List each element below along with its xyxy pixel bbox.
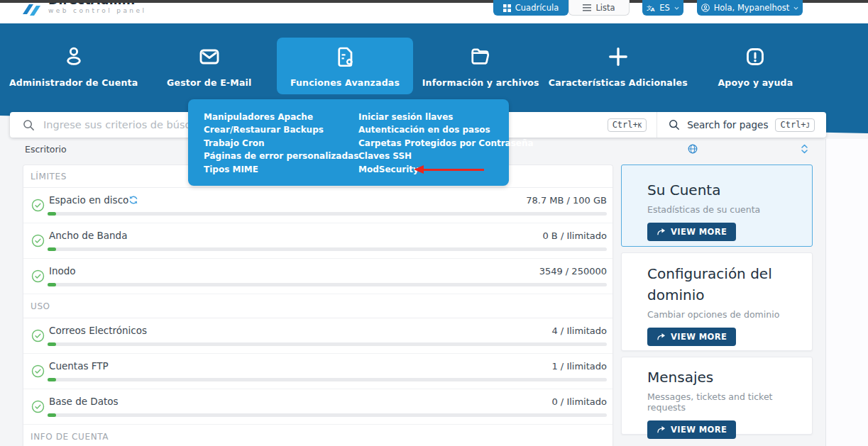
mail-icon	[197, 44, 222, 69]
menu-item-ssh-keys[interactable]: Claves SSH	[358, 150, 534, 162]
menu-item-custom-error-pages[interactable]: Páginas de error personalizadas	[204, 150, 358, 162]
progress-fill	[48, 247, 56, 251]
stat-label[interactable]: Ancho de Banda	[49, 230, 127, 241]
annotation-arrow	[424, 169, 484, 171]
nav-label: Funciones Avanzadas	[290, 77, 400, 88]
view-more-button[interactable]: VIEW MORE	[647, 420, 736, 439]
check-circle-icon	[31, 364, 45, 378]
redirect-arrow-icon	[657, 333, 666, 341]
nav-item-email-manager[interactable]: Gestor de E-Mail	[141, 38, 277, 94]
stat-row-emails: Correos Electrónicos 4 / Ilimitado	[23, 318, 612, 354]
section-header-account-info: INFO DE CUENTA	[23, 425, 612, 446]
stat-value: 4 / Ilimitado	[551, 325, 607, 336]
breadcrumb[interactable]: Escritorio	[25, 144, 67, 155]
stat-label[interactable]: Base de Datos	[49, 396, 119, 407]
grid-icon	[503, 4, 511, 12]
directadmin-logo[interactable]: DirectAdmin web control panel	[20, 1, 146, 21]
svg-text:A: A	[651, 7, 655, 12]
nav-label: Administrador de Cuenta	[9, 77, 138, 88]
list-view-label: Lista	[595, 3, 615, 13]
card-domain-setup: Configuración del dominio Cambiar opcion…	[621, 252, 813, 351]
menu-item-two-step-auth[interactable]: Autenticación en dos pasos	[358, 123, 534, 136]
card-subtitle: Cambiar opciones de dominio	[647, 309, 807, 320]
page-search-shortcut-badge: Ctrl+J	[775, 118, 815, 132]
page-search-label: Search for pages	[687, 119, 768, 130]
stat-label[interactable]: Correos Electrónicos	[49, 325, 147, 336]
progress-bar	[48, 283, 607, 286]
right-pane-background	[826, 139, 868, 446]
content-divider	[825, 139, 826, 446]
dashboard-stats-card: LÍMITES Espacio en disco 78.7 MB / 100 G…	[23, 165, 613, 446]
support-icon	[742, 44, 768, 69]
stat-label[interactable]: Cuentas FTP	[49, 360, 109, 372]
menu-item-apache-handlers[interactable]: Manipuladores Apache	[204, 111, 358, 123]
chevron-down-icon	[793, 6, 798, 10]
refresh-icon[interactable]	[128, 195, 138, 205]
grid-view-label: Cuadrícula	[515, 3, 559, 13]
card-title: Su Cuenta	[647, 179, 796, 201]
user-icon	[61, 44, 87, 69]
card-your-account: Su Cuenta Estadísticas de su cuenta VIEW…	[621, 165, 813, 247]
redirect-arrow-icon	[657, 425, 666, 434]
translate-icon: 文 A	[647, 4, 655, 12]
stat-row-ftp-accounts: Cuentas FTP 1 / Ilimitado	[23, 354, 612, 389]
menu-item-backups[interactable]: Crear/Restaurar Backups	[204, 123, 358, 136]
nav-item-advanced-features[interactable]: Funciones Avanzadas	[277, 38, 412, 94]
domain-selector-globe[interactable]	[688, 143, 698, 157]
progress-fill	[48, 342, 56, 346]
globe-icon	[688, 144, 698, 154]
nav-label: Apoyo y ayuda	[718, 77, 793, 88]
check-circle-icon	[31, 400, 45, 413]
nav-item-additional-features[interactable]: Características Adicionales	[549, 38, 688, 94]
progress-fill	[48, 378, 56, 381]
stat-row-inode: Inodo 3549 / 250000	[23, 259, 612, 294]
stat-value: 3549 / 250000	[539, 266, 607, 277]
redirect-arrow-icon	[657, 228, 666, 236]
brand-tagline: web control panel	[48, 7, 146, 14]
nav-item-account-manager[interactable]: Administrador de Cuenta	[6, 38, 141, 94]
check-circle-icon	[31, 199, 45, 212]
nav-item-support-help[interactable]: Apoyo y ayuda	[688, 38, 823, 94]
stat-label[interactable]: Espacio en disco	[49, 194, 128, 206]
progress-fill	[48, 413, 56, 417]
menu-item-cron-jobs[interactable]: Trabajo Cron	[204, 137, 358, 150]
up-down-chevron-icon	[801, 144, 808, 154]
nav-label: Características Adicionales	[549, 77, 688, 88]
card-subtitle: Estadísticas de su cuenta	[647, 204, 807, 215]
list-view-button[interactable]: Lista	[568, 0, 630, 16]
language-label: ES	[659, 3, 670, 13]
menu-item-password-protected-dirs[interactable]: Carpetas Protegidos por Contraseña	[358, 137, 534, 150]
advanced-features-dropdown: Manipuladores Apache Crear/Restaurar Bac…	[188, 99, 509, 186]
search-icon	[23, 119, 35, 131]
nav-label: Gestor de E-Mail	[167, 77, 251, 88]
card-title: Mensajes	[647, 367, 796, 388]
stat-row-disk-space: Espacio en disco 78.7 MB / 100 GB	[23, 188, 612, 223]
menu-item-login-keys[interactable]: Iniciar sesión llaves	[358, 111, 534, 123]
check-circle-icon	[31, 269, 45, 283]
search-shortcut-badge: Ctrl+K	[608, 118, 647, 132]
menu-item-mime-types[interactable]: Tipos MIME	[204, 163, 358, 176]
stat-row-databases: Base de Datos 0 / Ilimitado	[23, 389, 612, 425]
view-more-button[interactable]: VIEW MORE	[647, 328, 736, 346]
progress-bar	[48, 378, 607, 381]
domain-selector-toggle[interactable]	[801, 143, 808, 157]
view-more-label: VIEW MORE	[671, 227, 727, 237]
stat-label[interactable]: Inodo	[49, 265, 76, 277]
view-more-button[interactable]: VIEW MORE	[647, 223, 736, 241]
grid-view-button[interactable]: Cuadrícula	[493, 0, 568, 16]
language-button[interactable]: 文 A ES	[642, 0, 683, 16]
search-icon	[669, 119, 680, 130]
stat-value: 1 / Ilimitado	[551, 361, 607, 372]
logo-stripes-icon	[20, 1, 44, 21]
user-circle-icon	[701, 4, 710, 12]
check-circle-icon	[31, 329, 45, 342]
nav-item-info-files[interactable]: Información y archivos	[413, 38, 549, 94]
plus-icon	[605, 44, 631, 69]
user-menu-button[interactable]: Hola, Mypanelhost	[697, 0, 803, 16]
page-search-button[interactable]: Search for pages Ctrl+J	[657, 112, 826, 138]
view-more-label: VIEW MORE	[671, 425, 727, 435]
stat-value: 0 B / Ilimitado	[542, 230, 607, 241]
progress-bar	[48, 413, 607, 417]
progress-fill	[48, 212, 56, 216]
check-circle-icon	[31, 234, 45, 247]
